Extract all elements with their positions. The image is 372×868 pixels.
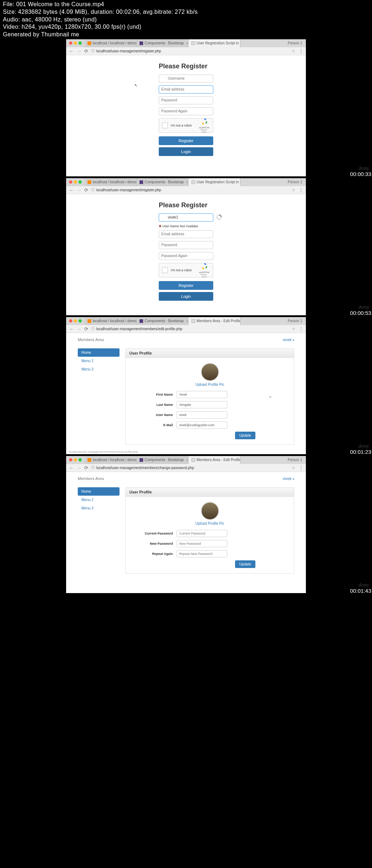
chrome-menu-icon[interactable]: ⋮ [299, 48, 303, 53]
sidebar-item-home[interactable]: Home [78, 348, 120, 357]
username-input[interactable] [159, 75, 213, 83]
maximize-window-icon[interactable] [78, 458, 82, 461]
tab-bootstrap[interactable]: Components · Bootstrap× [137, 178, 189, 186]
chrome-menu-icon[interactable]: ⋮ [299, 326, 303, 331]
bookmark-icon[interactable]: ☆ [292, 465, 295, 470]
tab-register[interactable]: User Registration Script in PH× [189, 178, 240, 186]
reload-button[interactable]: ⟳ [84, 187, 88, 193]
back-button[interactable]: ← [69, 187, 74, 193]
close-window-icon[interactable] [69, 41, 72, 45]
bookmark-icon[interactable]: ☆ [292, 188, 295, 192]
caret-down-icon: ▾ [293, 477, 294, 481]
update-button[interactable]: Update [235, 560, 255, 568]
user-menu[interactable]: vivek ▾ [283, 476, 294, 481]
chrome-menu-icon[interactable]: ⋮ [299, 465, 303, 470]
repeat-password-input[interactable] [177, 550, 227, 557]
url-field[interactable]: localhost/user-management/members/edit-p… [96, 327, 292, 331]
close-window-icon[interactable] [69, 180, 72, 184]
maximize-window-icon[interactable] [78, 41, 82, 45]
sidebar-item-menu2[interactable]: Menu 2 [78, 357, 120, 365]
bookmark-icon[interactable]: ☆ [292, 327, 295, 331]
lastname-input[interactable] [177, 401, 227, 408]
close-tab-icon[interactable]: × [186, 180, 188, 184]
url-field[interactable]: localhost/user-management/register.php [96, 49, 292, 53]
register-button[interactable]: Register [159, 281, 213, 290]
forward-button[interactable]: → [77, 326, 81, 332]
login-button[interactable]: Login [159, 292, 213, 301]
minimize-window-icon[interactable] [74, 458, 77, 461]
tab-bootstrap[interactable]: Components · Bootstrap× [137, 39, 189, 47]
minimize-window-icon[interactable] [74, 41, 77, 45]
upload-profile-link[interactable]: Upload Profile Pic [133, 521, 287, 525]
maximize-window-icon[interactable] [78, 180, 82, 184]
reload-button[interactable]: ⟳ [84, 48, 88, 54]
current-password-input[interactable] [177, 530, 227, 537]
password-again-input[interactable] [159, 252, 213, 260]
tab-phpmyadmin[interactable]: localhost / localhost / demo |× [85, 39, 137, 47]
profile-label[interactable]: Person 1 [284, 180, 306, 184]
forward-button[interactable]: → [77, 465, 81, 471]
close-tab-icon[interactable]: × [186, 319, 188, 323]
tab-register[interactable]: User Registration Script in PH× [189, 39, 240, 47]
avatar [201, 363, 219, 381]
register-button[interactable]: Register [159, 136, 213, 145]
minimize-window-icon[interactable] [74, 180, 77, 184]
upload-profile-link[interactable]: Upload Profile Pic [133, 383, 287, 387]
username-input[interactable] [177, 411, 227, 419]
close-window-icon[interactable] [69, 458, 72, 461]
user-menu[interactable]: vivek ▾ [283, 337, 294, 342]
forward-button[interactable]: → [77, 48, 81, 54]
sidebar-item-menu3[interactable]: Menu 3 [78, 365, 120, 373]
username-input[interactable] [159, 213, 213, 221]
timestamp: 00:00:33 [350, 171, 371, 177]
profile-label[interactable]: Person 1 [284, 458, 306, 462]
sidebar-item-menu2[interactable]: Menu 2 [78, 496, 120, 504]
recaptcha-widget[interactable]: I'm not a robot reCAPTCHA Privacy - Term… [159, 118, 213, 133]
current-password-label: Current Password [133, 532, 177, 535]
profile-label[interactable]: Person 1 [284, 41, 306, 45]
email-input[interactable] [159, 85, 213, 93]
sidebar-item-menu3[interactable]: Menu 3 [78, 504, 120, 512]
tab-phpmyadmin[interactable]: localhost / localhost / demo |× [85, 456, 137, 464]
url-field[interactable]: localhost/user-management/members/change… [96, 466, 292, 470]
brand[interactable]: Members Area [78, 337, 104, 342]
recaptcha-label: I'm not a robot [171, 268, 198, 272]
email-input[interactable] [177, 421, 227, 429]
update-button[interactable]: Update [235, 432, 255, 439]
tab-members[interactable]: Members Area - Edit Profile× [189, 456, 240, 464]
email-input[interactable] [159, 230, 213, 238]
close-tab-icon[interactable]: × [186, 41, 188, 45]
maximize-window-icon[interactable] [78, 319, 82, 323]
password-again-input[interactable] [159, 107, 213, 115]
password-input[interactable] [159, 241, 213, 249]
recaptcha-checkbox[interactable] [162, 267, 168, 273]
recaptcha-checkbox[interactable] [162, 123, 168, 128]
reload-button[interactable]: ⟳ [84, 326, 88, 332]
brand[interactable]: Members Area [78, 476, 104, 481]
login-button[interactable]: Login [159, 147, 213, 156]
forward-button[interactable]: → [77, 187, 81, 193]
new-password-input[interactable] [177, 540, 227, 547]
tab-phpmyadmin[interactable]: localhost / localhost / demo |× [85, 317, 137, 325]
recaptcha-widget[interactable]: I'm not a robot reCAPTCHA Privacy - Term… [159, 263, 213, 277]
back-button[interactable]: ← [69, 326, 74, 332]
reload-button[interactable]: ⟳ [84, 465, 88, 471]
sidebar-item-home[interactable]: Home [78, 487, 120, 496]
chrome-menu-icon[interactable]: ⋮ [299, 187, 303, 192]
watermark: demy [358, 304, 369, 310]
close-tab-icon[interactable]: × [186, 458, 188, 462]
tab-bootstrap[interactable]: Components · Bootstrap× [137, 456, 189, 464]
tab-bootstrap[interactable]: Components · Bootstrap× [137, 317, 189, 325]
browser-tabbar: localhost / localhost / demo |× Componen… [66, 39, 306, 47]
tab-phpmyadmin[interactable]: localhost / localhost / demo |× [85, 178, 137, 186]
close-window-icon[interactable] [69, 319, 72, 323]
profile-label[interactable]: Person 1 [284, 319, 306, 323]
back-button[interactable]: ← [69, 465, 74, 471]
tab-members[interactable]: Members Area - Edit Profile× [189, 317, 240, 325]
url-field[interactable]: localhost/user-management/register.php [96, 188, 292, 192]
password-input[interactable] [159, 96, 213, 104]
firstname-input[interactable] [177, 391, 227, 398]
minimize-window-icon[interactable] [74, 319, 77, 323]
bookmark-icon[interactable]: ☆ [292, 49, 295, 53]
back-button[interactable]: ← [69, 48, 74, 54]
